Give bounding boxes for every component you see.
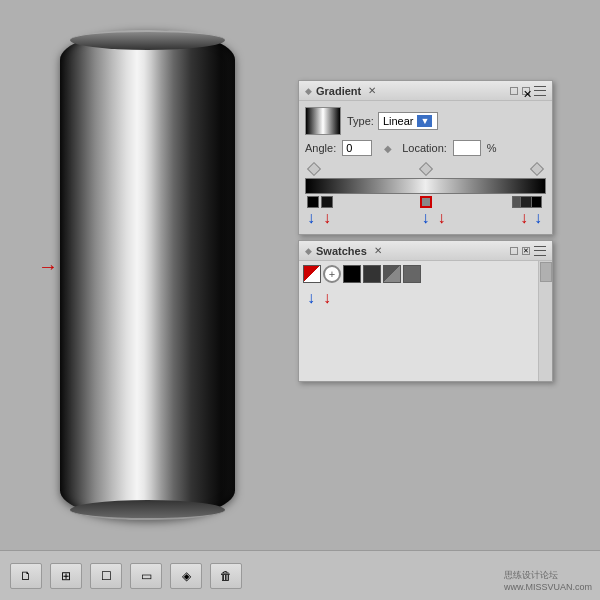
- opacity-stop-center[interactable]: [418, 162, 432, 176]
- gradient-panel-titlebar: ◆ Gradient ✕ ✕: [299, 81, 552, 101]
- gradient-preview[interactable]: [305, 107, 341, 135]
- toolbar-shape-btn[interactable]: ▭: [130, 563, 162, 589]
- angle-label: Angle:: [305, 142, 336, 154]
- color-stop-6[interactable]: [520, 196, 532, 208]
- arrow-down-red-1: ↓: [323, 210, 331, 226]
- gradient-panel-body: Type: Linear ▼ Angle: ◆ Location: %: [299, 101, 552, 234]
- type-control: Type: Linear ▼: [347, 112, 438, 130]
- diamond-icon: ◆: [305, 86, 312, 96]
- color-stop-center[interactable]: [420, 196, 432, 208]
- swatches-panel-titlebar: ◆ Swatches ✕ ✕: [299, 241, 552, 261]
- red-arrow-left: →: [38, 255, 58, 278]
- frame-icon: ☐: [101, 569, 112, 583]
- swatches-content: + ↓ ↓: [299, 261, 538, 381]
- swatches-panel-title: Swatches: [316, 245, 367, 257]
- swatch-arrow-red: ↓: [323, 289, 331, 307]
- cylinder: [60, 30, 235, 520]
- gradient-close-tab[interactable]: ✕: [368, 85, 376, 96]
- bottom-toolbar: 🗋 ⊞ ☐ ▭ ◈ 🗑 思练设计论坛 www.MISSVUAN.com: [0, 550, 600, 600]
- arrow-down-blue-2: ↓: [422, 210, 430, 226]
- arrow-down-red-2: ↓: [438, 210, 446, 226]
- location-input[interactable]: [453, 140, 481, 156]
- swatch-gray-blend[interactable]: [383, 265, 401, 283]
- panel-menu-icon[interactable]: [534, 86, 546, 96]
- cylinder-container: [60, 30, 235, 520]
- type-select[interactable]: Linear ▼: [378, 112, 438, 130]
- copy-icon: ⊞: [61, 569, 71, 583]
- location-label: Location:: [402, 142, 447, 154]
- toolbar-new-btn[interactable]: 🗋: [10, 563, 42, 589]
- select-dropdown-icon[interactable]: ▼: [417, 115, 432, 127]
- trash-icon: 🗑: [220, 569, 232, 583]
- toolbar-copy-btn[interactable]: ⊞: [50, 563, 82, 589]
- diamond-toolbar-icon: ◈: [182, 569, 191, 583]
- swatch-black[interactable]: [343, 265, 361, 283]
- gradient-bar[interactable]: [305, 178, 546, 194]
- swatches-panel: ◆ Swatches ✕ ✕ +: [298, 240, 553, 382]
- diamond-icon-swatches: ◆: [305, 246, 312, 256]
- watermark: 思练设计论坛 www.MISSVUAN.com: [504, 569, 592, 592]
- close-btn[interactable]: ✕: [522, 87, 530, 95]
- toolbar-diamond-btn[interactable]: ◈: [170, 563, 202, 589]
- watermark-text2: www.MISSVUAN.com: [504, 582, 592, 592]
- type-label: Type:: [347, 115, 374, 127]
- swatch-mid-gray[interactable]: [403, 265, 421, 283]
- opacity-stop-left[interactable]: [307, 162, 321, 176]
- swatch-target-icon[interactable]: +: [323, 265, 341, 283]
- swatch-none[interactable]: [303, 265, 321, 283]
- color-stops-row: ↓ ↓ ↓ ↓ ↓ ↓: [305, 196, 546, 228]
- opacity-stop-row: [305, 162, 546, 176]
- color-stop-2[interactable]: [321, 196, 333, 208]
- color-stop-1[interactable]: [307, 196, 319, 208]
- angle-input[interactable]: [342, 140, 372, 156]
- opacity-stop-right[interactable]: [530, 162, 544, 176]
- swatch-arrows: ↓ ↓: [303, 289, 534, 307]
- angle-row: Angle: ◆ Location: %: [305, 140, 546, 156]
- swatches-close-btn[interactable]: ✕: [522, 247, 530, 255]
- scrollbar-thumb[interactable]: [540, 262, 552, 282]
- swatch-dark-gray[interactable]: [363, 265, 381, 283]
- swatches-menu-icon[interactable]: [534, 246, 546, 256]
- gradient-panel: ◆ Gradient ✕ ✕ Type: Linear ▼: [298, 80, 553, 235]
- gradient-panel-title: Gradient: [316, 85, 361, 97]
- swatch-arrow-blue: ↓: [307, 289, 315, 307]
- watermark-text1: 思练设计论坛: [504, 569, 592, 582]
- type-value: Linear: [383, 115, 414, 127]
- diamond-small-icon: ◆: [384, 143, 392, 154]
- arrow-down-blue-3: ↓: [534, 210, 542, 226]
- swatches-minimize-btn[interactable]: [510, 247, 518, 255]
- swatch-items-row: +: [303, 265, 534, 283]
- arrow-down-blue-1: ↓: [307, 210, 315, 226]
- new-doc-icon: 🗋: [20, 569, 32, 583]
- minimize-btn[interactable]: [510, 87, 518, 95]
- toolbar-frame-btn[interactable]: ☐: [90, 563, 122, 589]
- shape-icon: ▭: [141, 569, 152, 583]
- swatches-close-tab[interactable]: ✕: [374, 245, 382, 256]
- percent-label: %: [487, 142, 497, 154]
- gradient-type-row: Type: Linear ▼: [305, 107, 546, 135]
- arrow-down-red-3: ↓: [520, 210, 528, 226]
- gradient-track-area: ↓ ↓ ↓ ↓ ↓ ↓: [305, 162, 546, 228]
- swatches-body: + ↓ ↓: [299, 261, 552, 381]
- scrollbar[interactable]: [538, 261, 552, 381]
- toolbar-trash-btn[interactable]: 🗑: [210, 563, 242, 589]
